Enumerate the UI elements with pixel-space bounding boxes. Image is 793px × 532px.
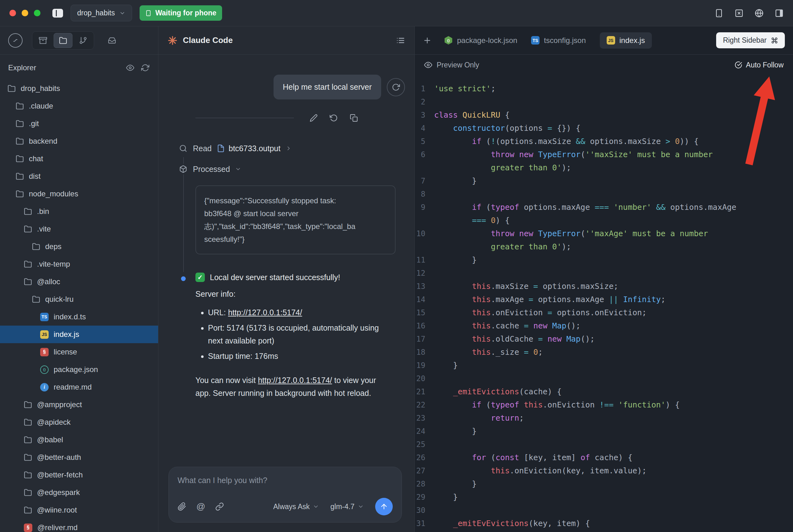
import-box-icon[interactable]: [108, 36, 116, 44]
ask-mode-dropdown[interactable]: Always Ask: [273, 502, 319, 511]
tree-item-drop_habits[interactable]: drop_habits: [0, 80, 158, 97]
edit-pencil-icon[interactable]: [309, 114, 318, 122]
editor-tab-bar: {}package-lock.jsonTStsconfig.jsonJSinde…: [415, 26, 793, 55]
tree-item-.claude[interactable]: .claude: [0, 97, 158, 115]
tree-item-@apideck[interactable]: @apideck: [0, 414, 158, 431]
line-number: 14: [415, 293, 434, 306]
line-number: 11: [415, 253, 434, 267]
copy-icon[interactable]: [350, 114, 358, 122]
line-number: 22: [415, 398, 434, 412]
right-sidebar-button[interactable]: Right Sidebar: [716, 32, 785, 48]
tree-item-@edgespark[interactable]: @edgespark: [0, 484, 158, 501]
tree-item-.vite-temp[interactable]: .vite-temp: [0, 255, 158, 273]
app-url-link[interactable]: http://127.0.0.1:5174/: [258, 376, 332, 384]
chat-input[interactable]: What can I help you with?: [177, 476, 393, 485]
tree-item-@better-auth[interactable]: @better-auth: [0, 449, 158, 466]
maximize-window-button[interactable]: [34, 10, 40, 16]
model-dropdown[interactable]: glm-4.7: [330, 502, 364, 511]
tree-item-@better-fetch[interactable]: @better-fetch: [0, 466, 158, 484]
tree-item-.git[interactable]: .git: [0, 115, 158, 132]
mention-at-icon[interactable]: @: [196, 502, 205, 511]
info-file-icon: i: [40, 383, 49, 392]
folder-icon: [24, 418, 32, 426]
globe-icon[interactable]: [755, 9, 763, 18]
tree-item-index.js[interactable]: JSindex.js: [0, 326, 158, 343]
chat-input-box[interactable]: What can I help you with? @ Always Ask g…: [168, 467, 402, 522]
tree-item-@wiine.root[interactable]: @wiine.root: [0, 501, 158, 519]
server-url-link[interactable]: http://127.0.0.1:5174/: [228, 308, 302, 317]
chat-panel: Claude Code Help me start local server R…: [158, 26, 415, 532]
preview-only-label: Preview Only: [437, 61, 479, 69]
tool-calls-section: Read btc6733.output Processed {"message"…: [158, 140, 414, 254]
task-list-icon[interactable]: [396, 36, 405, 45]
chevron-down-icon: [119, 10, 126, 16]
line-number: 24: [415, 425, 434, 438]
tree-item-label: .bin: [37, 207, 49, 216]
code-line: 11 }: [415, 253, 793, 267]
toggle-sidebar-icon[interactable]: [52, 9, 63, 18]
left-sidebar: Explorer drop_habits.claude.gitbackendch…: [0, 26, 158, 532]
tree-item-@ampproject[interactable]: @ampproject: [0, 396, 158, 414]
send-button[interactable]: [375, 498, 393, 515]
tree-item-chat[interactable]: chat: [0, 150, 158, 168]
project-dropdown[interactable]: drop_habits: [71, 5, 132, 21]
auto-follow-label: Auto Follow: [746, 61, 783, 69]
close-terminal-icon[interactable]: [735, 9, 743, 18]
tree-item-package.json[interactable]: {}package.json: [0, 361, 158, 378]
attach-paperclip-icon[interactable]: [177, 502, 186, 511]
new-tab-plus-icon[interactable]: [423, 36, 432, 45]
chevron-down-icon: [358, 504, 364, 510]
tree-item-backend[interactable]: backend: [0, 132, 158, 150]
auto-follow-toggle[interactable]: Auto Follow: [735, 61, 783, 69]
tree-item-.bin[interactable]: .bin: [0, 203, 158, 220]
archive-view-icon[interactable]: [34, 33, 52, 48]
sidebar-view-switcher: [32, 31, 94, 50]
app-logo-icon[interactable]: [8, 33, 23, 48]
close-window-button[interactable]: [10, 10, 16, 16]
tree-item-deps[interactable]: deps: [0, 238, 158, 255]
resend-icon[interactable]: [387, 78, 405, 96]
code-line: 10 throw new TypeError(''maxAge' must be…: [415, 227, 793, 253]
line-number: 10: [415, 227, 434, 253]
processed-row[interactable]: Processed: [158, 161, 414, 177]
code-line: 24 }: [415, 425, 793, 438]
line-number: 28: [415, 477, 434, 491]
tree-item-@reliver.md[interactable]: §@reliver.md: [0, 519, 158, 532]
read-file-chip[interactable]: btc6733.output: [217, 144, 280, 153]
tree-item-license[interactable]: §license: [0, 343, 158, 361]
tab-tsconfig.json[interactable]: TStsconfig.json: [531, 32, 586, 49]
device-icon[interactable]: [715, 9, 723, 18]
tree-item-.vite[interactable]: .vite: [0, 220, 158, 238]
link-icon[interactable]: [215, 502, 224, 511]
read-label: Read: [193, 144, 212, 153]
status-badge[interactable]: Waiting for phone: [139, 5, 222, 21]
tree-item-index.d.ts[interactable]: TSindex.d.ts: [0, 308, 158, 326]
tree-item-dist[interactable]: dist: [0, 168, 158, 185]
tree-item-node_modules[interactable]: node_modules: [0, 185, 158, 203]
code-line: 28 }: [415, 477, 793, 491]
line-number: 6: [415, 148, 434, 174]
tree-item-label: license: [54, 347, 77, 356]
undo-icon[interactable]: [330, 114, 338, 122]
eye-icon[interactable]: [126, 64, 134, 72]
git-branch-icon[interactable]: [74, 33, 93, 48]
tree-item-label: @reliver.md: [37, 523, 77, 532]
right-panel-icon[interactable]: [775, 9, 783, 18]
editor-panel: {}package-lock.jsonTStsconfig.jsonJSinde…: [415, 26, 793, 532]
tree-item-label: readme.md: [54, 383, 92, 392]
tab-strip: {}package-lock.jsonTStsconfig.jsonJSinde…: [444, 32, 652, 49]
tree-item-@alloc[interactable]: @alloc: [0, 273, 158, 290]
tree-item-readme.md[interactable]: ireadme.md: [0, 378, 158, 396]
tree-item-@babel[interactable]: @babel: [0, 431, 158, 449]
tree-item-quick-lru[interactable]: quick-lru: [0, 290, 158, 308]
files-view-icon[interactable]: [54, 33, 73, 48]
code-line: 13 this.maxSize = options.maxSize;: [415, 280, 793, 293]
tab-index.js[interactable]: JSindex.js: [600, 32, 652, 49]
read-tool-row[interactable]: Read btc6733.output: [158, 140, 414, 156]
minimize-window-button[interactable]: [22, 10, 28, 16]
refresh-icon[interactable]: [141, 64, 149, 72]
line-number: 8: [415, 188, 434, 201]
tree-item-label: @babel: [37, 435, 63, 444]
tab-package-lock.json[interactable]: {}package-lock.json: [444, 32, 517, 49]
line-number: 17: [415, 332, 434, 346]
